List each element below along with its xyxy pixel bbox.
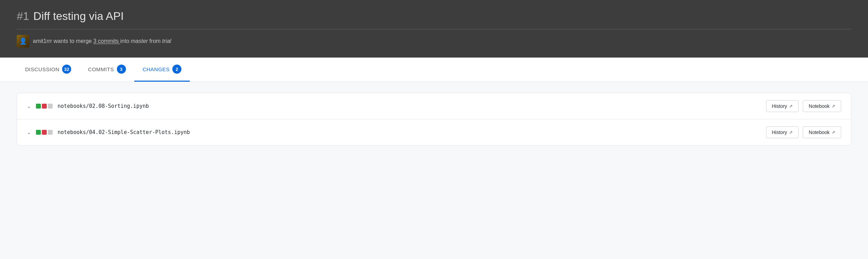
file-actions-2: History ⇗ Notebook ⇗: [766, 126, 841, 138]
file-actions-1: History ⇗ Notebook ⇗: [766, 100, 841, 112]
pr-title: Diff testing via API: [33, 10, 124, 23]
chevron-down-icon[interactable]: ⌄: [27, 103, 31, 109]
tab-commits[interactable]: COMMITS 3: [80, 58, 134, 82]
file-left-1: ⌄ notebooks/02.08-Sorting.ipynb: [27, 103, 149, 109]
tab-changes[interactable]: CHANGES 2: [134, 58, 190, 82]
external-link-icon: ⇗: [789, 104, 793, 109]
pr-meta-prefix: amit1rrr wants to merge: [33, 38, 92, 44]
diff-indicators-1: [36, 104, 53, 109]
pr-meta: 👤 amit1rrr wants to merge 3 commits into…: [17, 35, 851, 47]
pr-source-branch: trial: [162, 38, 171, 44]
history-button-2[interactable]: History ⇗: [766, 126, 799, 138]
pr-title-row: #1 Diff testing via API: [17, 10, 851, 23]
file-name-2: notebooks/04.02-Simple-Scatter-Plots.ipy…: [58, 129, 190, 135]
tab-discussion-label: DISCUSSION: [25, 66, 59, 72]
tab-commits-label: COMMITS: [88, 66, 114, 72]
chevron-down-icon-2[interactable]: ⌄: [27, 130, 31, 135]
diff-neutral-block: [48, 104, 53, 109]
tab-changes-label: CHANGES: [143, 66, 170, 72]
pr-meta-from: from: [149, 38, 160, 44]
main-content: ⌄ notebooks/02.08-Sorting.ipynb History …: [0, 82, 868, 157]
history-button-1[interactable]: History ⇗: [766, 100, 799, 112]
commits-link[interactable]: 3 commits: [93, 38, 120, 44]
avatar: 👤: [17, 35, 29, 47]
external-link-icon-2: ⇗: [832, 104, 835, 109]
tabs-bar: DISCUSSION 32 COMMITS 3 CHANGES 2: [0, 58, 868, 82]
table-row: ⌄ notebooks/02.08-Sorting.ipynb History …: [17, 93, 851, 119]
pr-number: #1: [17, 10, 29, 23]
history-label-2: History: [772, 130, 787, 135]
pr-meta-into: into: [120, 38, 129, 44]
diff-indicators-2: [36, 130, 53, 135]
avatar-image: 👤: [17, 35, 29, 47]
notebook-button-1[interactable]: Notebook ⇗: [803, 100, 841, 112]
diff-added-block-2: [36, 130, 41, 135]
diff-neutral-block-2: [48, 130, 53, 135]
notebook-label-1: Notebook: [809, 103, 830, 109]
diff-removed-block: [42, 104, 47, 109]
tab-changes-badge: 2: [172, 65, 181, 74]
diff-removed-block-2: [42, 130, 47, 135]
pr-header: #1 Diff testing via API 👤 amit1rrr wants…: [0, 0, 868, 58]
pr-meta-text: amit1rrr wants to merge 3 commits into m…: [33, 38, 171, 44]
notebook-label-2: Notebook: [809, 130, 830, 135]
tab-discussion-badge: 32: [62, 65, 71, 74]
file-name-1: notebooks/02.08-Sorting.ipynb: [58, 103, 149, 109]
external-link-icon-3: ⇗: [789, 130, 793, 135]
notebook-button-2[interactable]: Notebook ⇗: [803, 126, 841, 138]
external-link-icon-4: ⇗: [832, 130, 835, 135]
history-label-1: History: [772, 103, 787, 109]
pr-header-divider: [17, 29, 851, 29]
diff-added-block: [36, 104, 41, 109]
tab-discussion[interactable]: DISCUSSION 32: [17, 58, 80, 82]
pr-target-branch: master: [131, 38, 148, 44]
tab-commits-badge: 3: [117, 65, 126, 74]
table-row: ⌄ notebooks/04.02-Simple-Scatter-Plots.i…: [17, 119, 851, 145]
file-list: ⌄ notebooks/02.08-Sorting.ipynb History …: [17, 93, 851, 146]
file-left-2: ⌄ notebooks/04.02-Simple-Scatter-Plots.i…: [27, 129, 190, 135]
